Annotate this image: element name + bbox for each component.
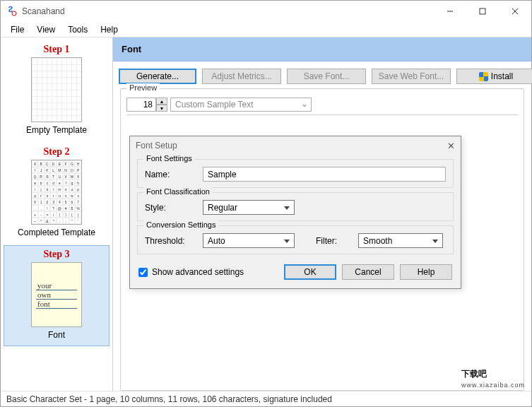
step-2[interactable]: Step 2 ABCDEFGH IJKLMNOP QRSTUVWX abcdef… (4, 143, 110, 244)
name-label: Name: (145, 170, 196, 179)
main-header: Font (113, 37, 531, 61)
step-1-label: Empty Template (6, 125, 107, 135)
shield-icon (479, 72, 488, 81)
font-line-3: font (36, 300, 77, 309)
font-settings-legend: Font Settings (143, 154, 195, 163)
step-2-label: Completed Template (6, 228, 107, 237)
menu-help[interactable]: Help (95, 23, 124, 36)
step-1[interactable]: Step 1 Empty Template (4, 40, 110, 141)
save-font-button[interactable]: Save Font... (287, 69, 366, 84)
menu-file[interactable]: File (5, 23, 30, 36)
threshold-label: Threshold: (145, 236, 196, 246)
svg-rect-2 (480, 8, 485, 14)
ok-button[interactable]: OK (284, 264, 336, 280)
font-line-1: your (36, 281, 77, 290)
conversion-legend: Conversion Settings (143, 220, 218, 229)
step-3-thumb: your own font (31, 262, 82, 327)
toolbar: Generate... Adjust Metrics... Save Font.… (113, 61, 531, 88)
window-controls (434, 1, 531, 22)
help-button[interactable]: Help (400, 264, 452, 280)
style-label: Style: (145, 203, 196, 213)
classification-legend: Font Classification (143, 187, 213, 196)
menu-tools[interactable]: Tools (62, 23, 93, 36)
size-input[interactable] (126, 98, 156, 112)
filter-value: Smooth (363, 236, 392, 246)
spin-up-icon[interactable]: ▲ (156, 98, 167, 105)
step-1-title: Step 1 (6, 44, 107, 55)
show-advanced-input[interactable] (138, 268, 148, 277)
dialog-close-icon[interactable]: ✕ (447, 141, 455, 151)
svg-point-0 (12, 11, 16, 16)
status-bar: Basic Character Set - 1 page, 10 columns… (1, 391, 531, 406)
preview-row: ▲ ▼ Custom Sample Text (126, 98, 518, 112)
step-3-label: Font (6, 330, 107, 340)
sample-text-label: Custom Sample Text (175, 100, 254, 110)
spin-down-icon[interactable]: ▼ (156, 105, 167, 112)
name-input[interactable] (203, 167, 446, 182)
save-web-font-button[interactable]: Save Web Font... (372, 69, 451, 84)
threshold-value: Auto (208, 236, 225, 246)
font-line-2: own (36, 290, 77, 300)
preview-label: Preview (126, 83, 160, 92)
step-2-title: Step 2 (6, 146, 107, 158)
close-button[interactable] (499, 1, 531, 22)
step-3[interactable]: Step 3 your own font Font (4, 245, 110, 346)
sample-text-select[interactable]: Custom Sample Text (170, 98, 312, 112)
style-value: Regular (208, 203, 237, 213)
sidebar: Step 1 Empty Template Step 2 ABCDEFGH IJ… (1, 37, 113, 391)
install-button[interactable]: Install (456, 69, 532, 84)
watermark-small: www.xiazaiba.com (461, 382, 525, 389)
font-settings-group: Font Settings Name: (137, 159, 454, 188)
menu-view[interactable]: View (31, 23, 61, 36)
window-title: Scanahand (22, 6, 65, 16)
watermark: 下载吧 www.xiazaiba.com (461, 359, 525, 389)
install-label: Install (491, 71, 513, 81)
step-3-title: Step 3 (6, 249, 107, 260)
font-setup-dialog: Font Setup ✕ Font Settings Name: Font Cl… (129, 136, 461, 289)
filter-label: Filter: (316, 236, 351, 246)
conversion-settings-group: Conversion Settings Threshold: Auto Filt… (137, 225, 454, 254)
filter-select[interactable]: Smooth (358, 233, 443, 248)
dialog-bottom: Show advanced settings OK Cancel Help (130, 257, 461, 288)
watermark-big: 下载吧 (461, 369, 487, 379)
size-spinner[interactable]: ▲ ▼ (126, 98, 167, 112)
app-window: Scanahand File View Tools Help Step 1 Em… (0, 0, 532, 407)
dialog-title: Font Setup (136, 141, 177, 151)
dialog-title-bar: Font Setup ✕ (130, 136, 461, 155)
cancel-button[interactable]: Cancel (342, 264, 394, 280)
maximize-button[interactable] (466, 1, 499, 22)
step-2-thumb: ABCDEFGH IJKLMNOP QRSTUVWX abcdefgh ijkl… (31, 160, 82, 225)
adjust-metrics-button[interactable]: Adjust Metrics... (202, 69, 281, 84)
app-icon (6, 6, 18, 17)
minimize-button[interactable] (434, 1, 466, 22)
show-advanced-checkbox[interactable]: Show advanced settings (138, 267, 244, 277)
title-bar: Scanahand (1, 1, 531, 22)
font-classification-group: Font Classification Style: Regular (137, 192, 454, 221)
style-select[interactable]: Regular (203, 200, 295, 215)
show-advanced-label: Show advanced settings (152, 267, 244, 277)
threshold-select[interactable]: Auto (203, 233, 295, 248)
generate-button[interactable]: Generate... (119, 69, 196, 84)
preview-divider (126, 114, 518, 115)
menu-bar: File View Tools Help (1, 22, 531, 37)
step-1-thumb (31, 57, 82, 122)
